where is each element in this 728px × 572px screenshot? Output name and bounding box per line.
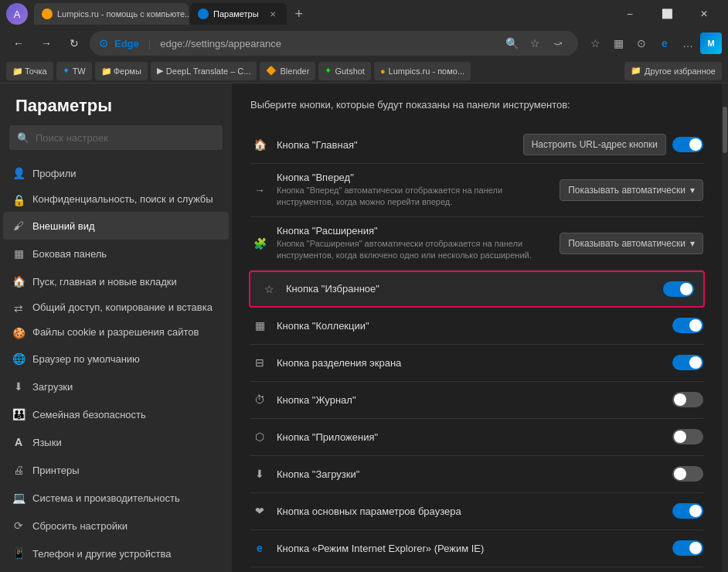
bookmark-deepl-label: DeepL Translate – С... — [166, 66, 251, 76]
forward-button[interactable]: → — [34, 31, 59, 56]
sidebar-item-label: Языки — [32, 437, 62, 448]
minimize-button[interactable]: – — [612, 2, 648, 26]
sidebar-item-accessibility[interactable]: ♿ Специальные возможности — [3, 567, 229, 572]
back-button[interactable]: ← — [6, 31, 31, 56]
history-toggle[interactable] — [672, 392, 703, 407]
setting-splitscreen-control — [672, 355, 703, 370]
setting-ie-mode-label: Кнопка «Режим Internet Explorer» (Режим … — [277, 543, 672, 554]
bookmark-deepl[interactable]: ▶ DeepL Translate – С... — [151, 62, 257, 80]
browser-essentials-toggle[interactable] — [672, 503, 703, 519]
phone-icon: 📱 — [12, 547, 25, 560]
ie-mode-toggle[interactable] — [672, 540, 703, 556]
apps-btn-icon: ⬡ — [250, 431, 269, 443]
bookmark-tw[interactable]: ✦ TW — [56, 62, 92, 80]
refresh-button[interactable]: ↻ — [62, 31, 87, 56]
browser-essentials-btn[interactable]: ⊙ — [631, 32, 652, 54]
new-tab-button[interactable]: + — [288, 3, 310, 25]
sidebar-item-cookies[interactable]: 🍪 Файлы cookie и разрешения сайтов — [3, 320, 229, 345]
setting-browser-essentials-label: Кнопка основных параметров браузера — [277, 506, 672, 517]
sidebar-item-system[interactable]: 💻 Система и производительность — [3, 484, 229, 512]
apps-toggle[interactable] — [672, 429, 703, 444]
chevron-down-icon: ▾ — [690, 185, 695, 196]
close-button[interactable]: ✕ — [686, 2, 722, 26]
address-bar[interactable]: ⊙ Edge | edge://settings/appearance 🔍 ☆ … — [90, 31, 578, 56]
sidebar-item-sidebar[interactable]: ▦ Боковая панель — [3, 240, 229, 267]
system-icon: 💻 — [12, 492, 25, 504]
sidebar-item-label: Система и производительность — [32, 492, 180, 504]
more-btn[interactable]: … — [677, 32, 699, 54]
setting-splitscreen: ⊟ Кнопка разделения экрана — [250, 345, 703, 382]
setting-downloads2: ⬇ Кнопка "Загрузки" — [250, 456, 703, 493]
sidebar-item-label: Принтеры — [32, 465, 80, 476]
sidebar-item-downloads[interactable]: ⬇ Загрузки — [3, 373, 229, 400]
sidebar-item-privacy[interactable]: 🔒 Конфиденциальность, поиск и службы — [3, 187, 229, 212]
sidebar-item-newtab[interactable]: 🏠 Пуск, главная и новые вкладки — [3, 267, 229, 295]
chevron-down-icon-2: ▾ — [690, 238, 695, 249]
tab-settings[interactable]: Параметры ✕ — [190, 3, 287, 25]
forward-btn-icon: → — [250, 184, 269, 196]
maximize-button[interactable]: ⬜ — [649, 2, 685, 26]
bookmark-fermy[interactable]: 📁 Фермы — [95, 62, 148, 80]
navbar: ← → ↻ ⊙ Edge | edge://settings/appearanc… — [0, 28, 728, 59]
search-placeholder: Поиск настроек — [36, 132, 108, 144]
sidebar-item-profiles[interactable]: 👤 Профили — [3, 159, 229, 187]
setting-history: ⏱ Кнопка "Журнал" — [250, 382, 703, 419]
cookies-icon: 🍪 — [12, 326, 25, 339]
forward-dropdown[interactable]: Показывать автоматически ▾ — [560, 179, 703, 201]
tab-favicon-2 — [198, 9, 209, 19]
bookmark-lumpics[interactable]: ● Lumpics.ru - помо... — [374, 62, 471, 80]
sidebar-item-phone[interactable]: 📱 Телефон и другие устройства — [3, 540, 229, 567]
setting-apps-control — [672, 429, 703, 444]
favorites-toggle[interactable] — [663, 281, 694, 297]
bookmark-tochka[interactable]: 📁 Точка — [6, 62, 53, 80]
bookmark-blender[interactable]: 🔶 Blender — [260, 62, 315, 80]
setting-ie-mode-control — [672, 540, 703, 556]
splitscreen-btn-icon: ⊟ — [250, 356, 269, 369]
bookmark-deepl-icon: ▶ — [157, 66, 163, 76]
setting-screenshot: ✂ Кнопка снимка экрана — [250, 567, 703, 572]
ie-mode-btn[interactable]: e — [654, 32, 675, 54]
fav-btn[interactable]: ☆ — [584, 32, 606, 54]
sidebar-item-printers[interactable]: 🖨 Принтеры — [3, 456, 229, 484]
scroll-thumb[interactable] — [723, 107, 727, 153]
downloads2-toggle[interactable] — [672, 466, 703, 482]
appearance-icon: 🖌 — [12, 220, 25, 232]
history-btn-icon: ⏱ — [250, 393, 269, 406]
sidebar-item-label: Семейная безопасность — [32, 409, 146, 420]
bookmark-gutshot-label: Gutshot — [335, 66, 365, 76]
tab-label-1: Lumpics.ru - помощь с компьюте... — [57, 9, 189, 19]
bookmark-folder-icon: 📁 — [631, 66, 641, 76]
setting-extensions-control: Показывать автоматически ▾ — [560, 233, 703, 254]
bookmark-more[interactable]: 📁 Другое избранное — [624, 62, 722, 80]
sidebar-item-languages[interactable]: A Языки — [3, 428, 229, 456]
collections-btn-icon: ▦ — [250, 319, 269, 332]
splitscreen-toggle[interactable] — [672, 355, 703, 370]
sidebar-icon: ▦ — [12, 247, 25, 260]
home-toggle[interactable] — [672, 137, 703, 152]
sidebar-item-sharing[interactable]: ⇄ Общий доступ, копирование и вставка — [3, 295, 229, 320]
sidebar-item-appearance[interactable]: 🖌 Внешний вид — [3, 212, 229, 240]
tab-lumpics[interactable]: Lumpics.ru - помощь с компьюте... ✕ — [34, 3, 189, 25]
sidebar-item-default[interactable]: 🌐 Браузер по умолчанию — [3, 345, 229, 373]
sidebar-item-reset[interactable]: ⟳ Сбросить настройки — [3, 512, 229, 540]
sidebar-search[interactable]: 🔍 Поиск настроек — [9, 125, 223, 150]
tab-group: Lumpics.ru - помощь с компьюте... ✕ Пара… — [34, 3, 609, 25]
reset-icon: ⟳ — [12, 519, 25, 532]
collections-btn[interactable]: ▦ — [607, 32, 629, 54]
edge-copilot-btn[interactable]: M — [700, 32, 722, 54]
edge-label: Edge — [114, 38, 139, 49]
ie-mode-btn-icon: e — [250, 542, 269, 554]
bookmark-gutshot[interactable]: ✦ Gutshot — [318, 62, 371, 80]
favorites-icon[interactable]: ☆ — [524, 32, 546, 54]
extensions-dropdown[interactable]: Показывать автоматически ▾ — [560, 233, 703, 254]
scrollbar[interactable] — [722, 83, 728, 572]
bookmark-blender-label: Blender — [280, 66, 309, 76]
folder-icon: 📁 — [12, 66, 22, 76]
search-icon[interactable]: 🔍 — [501, 32, 522, 54]
share-icon[interactable]: ⤻ — [547, 32, 569, 54]
tab-close-2[interactable]: ✕ — [267, 8, 279, 20]
sidebar: Параметры 🔍 Поиск настроек 👤 Профили 🔒 К… — [0, 83, 232, 572]
sidebar-item-family[interactable]: 👪 Семейная безопасность — [3, 400, 229, 428]
configure-url-button[interactable]: Настроить URL-адрес кнопки — [523, 134, 666, 155]
collections-toggle[interactable] — [672, 318, 703, 333]
